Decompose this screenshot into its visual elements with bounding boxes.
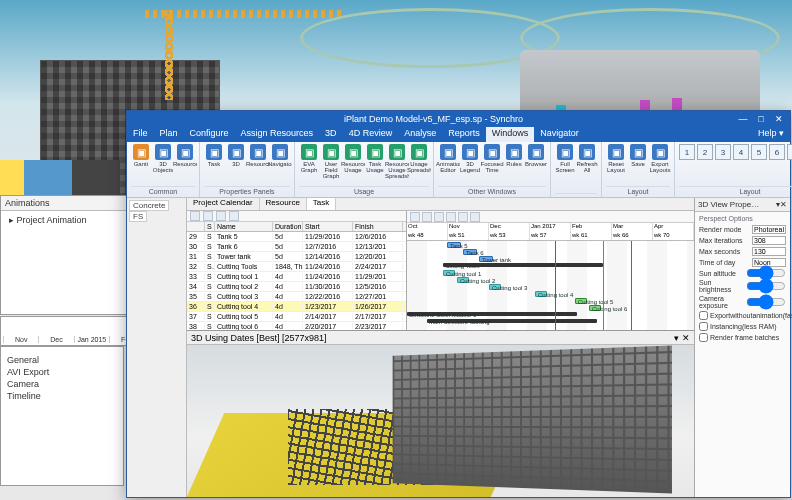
menu-configure[interactable]: Configure <box>184 127 235 142</box>
toolbar-button[interactable] <box>203 211 213 221</box>
task-row[interactable]: 34SCutting tool 24d11/30/201612/5/2016 <box>187 282 406 292</box>
task-usage-icon[interactable]: ▣Task Usage <box>365 144 385 186</box>
time-marker[interactable] <box>603 241 604 330</box>
minimize-icon[interactable]: — <box>736 114 750 124</box>
toolbar-button[interactable] <box>410 212 420 222</box>
sun-alt-slider[interactable] <box>746 269 786 277</box>
rules-icon[interactable]: ▣Rules <box>504 144 524 186</box>
task-row[interactable]: 37SCutting tool 54d2/14/20172/17/2017 <box>187 312 406 322</box>
gantt-bar[interactable]: Tank 6 <box>463 249 477 255</box>
col-header[interactable]: Start <box>303 222 353 231</box>
eva-graph-icon[interactable]: ▣EVA Graph <box>299 144 319 186</box>
layout-preset-5[interactable]: 5 <box>751 144 767 160</box>
menu-3d[interactable]: 3D <box>319 127 343 142</box>
layout-preset-1[interactable]: 1 <box>679 144 695 160</box>
anim-prop-item[interactable]: General <box>7 355 117 365</box>
gantt-bar[interactable]: Main Structure Closing <box>427 319 597 323</box>
task-row[interactable]: 31STower tank5d12/14/201612/20/201 <box>187 252 406 262</box>
menu-plan[interactable]: Plan <box>154 127 184 142</box>
menu-analyse[interactable]: Analyse <box>398 127 442 142</box>
toolbar-button[interactable] <box>216 211 226 221</box>
gantt-bar[interactable]: Structural Steel Module 1 <box>407 312 577 316</box>
reset-layout-icon[interactable]: ▣Reset Layout <box>606 144 626 186</box>
task-row[interactable]: 30STank 65d12/7/201612/13/201 <box>187 242 406 252</box>
col-header[interactable]: Duration <box>273 222 303 231</box>
resource-props-icon[interactable]: ▣Resource <box>248 144 268 186</box>
toolbar-button[interactable] <box>229 211 239 221</box>
layout-preset-3[interactable]: 3 <box>715 144 731 160</box>
gantt-bar[interactable]: Tank 5 <box>447 242 461 248</box>
animation-item[interactable]: Project Animation <box>17 215 87 225</box>
doc-tab-project-calendar[interactable]: Project Calendar <box>187 198 260 210</box>
menu-windows[interactable]: Windows <box>486 127 535 142</box>
close-icon[interactable]: ▾✕ <box>776 200 787 209</box>
col-header[interactable]: Name <box>215 222 273 231</box>
task-row[interactable]: 29STank 55d11/29/201612/6/2016 <box>187 232 406 242</box>
menu-help[interactable]: Help ▾ <box>752 127 790 142</box>
strip-tab-fs[interactable]: FS <box>129 211 147 222</box>
gantt-icon[interactable]: ▣Gantt <box>131 144 151 186</box>
gantt-bar[interactable]: Cutting tool 1 <box>443 270 455 276</box>
cam-exp-slider[interactable] <box>746 298 786 306</box>
anim-prop-item[interactable]: AVI Export <box>7 367 117 377</box>
sun-bri-slider[interactable] <box>746 282 786 290</box>
strip-tab-concrete[interactable]: Concrete <box>129 200 169 211</box>
chk-batches[interactable] <box>699 333 708 342</box>
menu-4d-review[interactable]: 4D Review <box>343 127 399 142</box>
navigator-props-icon[interactable]: ▣Navigator <box>270 144 290 186</box>
objects-3d-icon[interactable]: ▣3D Objects <box>153 144 173 186</box>
toolbar-button[interactable] <box>458 212 468 222</box>
legend-3d-icon[interactable]: ▣3D Legend <box>460 144 480 186</box>
gantt-bars-area[interactable]: Tank 5Tank 6Tower tankCutting ToolsCutti… <box>407 241 694 330</box>
time-marker[interactable] <box>555 241 556 330</box>
full-screen-icon[interactable]: ▣Full Screen <box>555 144 575 193</box>
render-mode-field[interactable] <box>752 225 786 234</box>
resource-usage-spread-icon[interactable]: ▣Resource Usage Spreadsheet <box>387 144 407 186</box>
resource-icon[interactable]: ▣Resource <box>175 144 195 186</box>
layout-preset-7[interactable]: 7 <box>787 144 792 160</box>
max-iter-field[interactable] <box>752 236 786 245</box>
browser-icon[interactable]: ▣Browser <box>526 144 546 186</box>
object-props-icon[interactable]: ▣3D <box>226 144 246 186</box>
export-layouts-icon[interactable]: ▣Export Layouts <box>650 144 670 186</box>
gantt-bar[interactable]: Cutting tool 2 <box>457 277 469 283</box>
menu-assign-resources[interactable]: Assign Resources <box>235 127 320 142</box>
gantt-bar[interactable]: Cutting Tools <box>443 263 603 267</box>
col-header[interactable] <box>187 222 205 231</box>
gantt-bar[interactable]: Cutting tool 5 <box>575 298 587 304</box>
task-row[interactable]: 32S…Cutting Tools1848, Th11/24/20162/24/… <box>187 262 406 272</box>
toolbar-button[interactable] <box>190 211 200 221</box>
time-marker[interactable] <box>631 241 632 330</box>
gantt-chart[interactable]: OctNovDecJan 2017FebMarApr wk 48wk 51wk … <box>407 211 694 330</box>
gantt-bar[interactable]: Cutting tool 3 <box>489 284 501 290</box>
save-layout-icon[interactable]: ▣Save <box>628 144 648 186</box>
menu-reports[interactable]: Reports <box>442 127 486 142</box>
focused-time-icon[interactable]: ▣Focused Time <box>482 144 502 186</box>
task-row[interactable]: 33SCutting tool 14d11/24/201611/29/201 <box>187 272 406 282</box>
toolbar-button[interactable] <box>470 212 480 222</box>
toolbar-button[interactable] <box>446 212 456 222</box>
task-row[interactable]: 35SCutting tool 34d12/22/201612/27/201 <box>187 292 406 302</box>
doc-tab-task[interactable]: Task <box>307 198 336 210</box>
layout-preset-6[interactable]: 6 <box>769 144 785 160</box>
maximize-icon[interactable]: □ <box>754 114 768 124</box>
layout-preset-4[interactable]: 4 <box>733 144 749 160</box>
gantt-bar[interactable]: Cutting tool 6 <box>589 305 601 311</box>
task-row[interactable]: 36SCutting tool 44d1/23/20171/26/2017 <box>187 302 406 312</box>
task-props-icon[interactable]: ▣Task <box>204 144 224 186</box>
toolbar-button[interactable] <box>434 212 444 222</box>
menu-file[interactable]: File <box>127 127 154 142</box>
col-header[interactable]: Finish <box>353 222 403 231</box>
gantt-bar[interactable]: Cutting tool 4 <box>535 291 547 297</box>
refresh-all-icon[interactable]: ▣Refresh All <box>577 144 597 193</box>
anim-prop-item[interactable]: Camera <box>7 379 117 389</box>
chk-export-noanim[interactable] <box>699 311 708 320</box>
usage-spread-icon[interactable]: ▣Usage Spreadsheet <box>409 144 429 186</box>
close-icon[interactable]: ✕ <box>772 114 786 124</box>
menu-navigator[interactable]: Navigator <box>534 127 585 142</box>
anim-prop-item[interactable]: Timeline <box>7 391 117 401</box>
chk-instancing[interactable] <box>699 322 708 331</box>
col-header[interactable]: S <box>205 222 215 231</box>
view-3d-canvas[interactable] <box>187 345 694 497</box>
resource-usage-icon[interactable]: ▣Resource Usage <box>343 144 363 186</box>
